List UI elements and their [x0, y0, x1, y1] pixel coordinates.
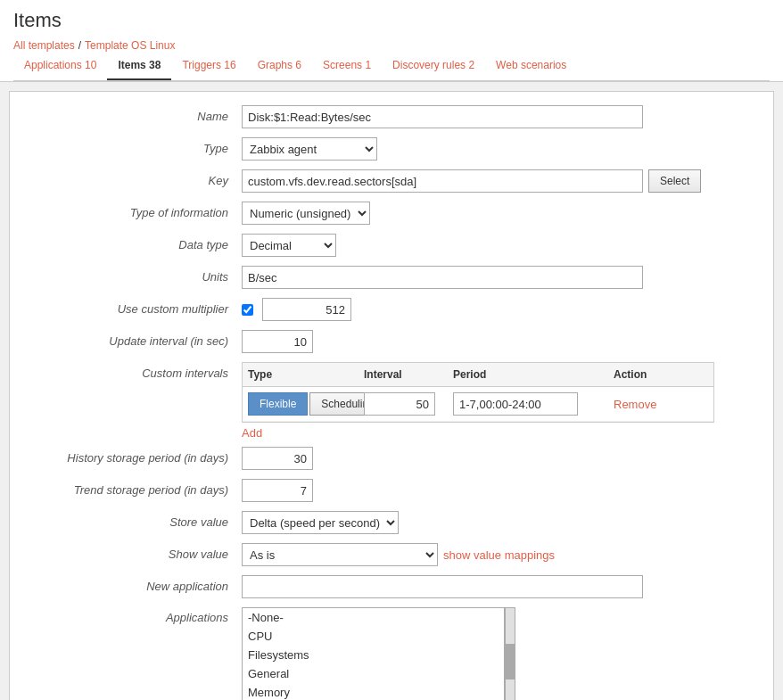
store-value-label: Store value: [10, 511, 242, 529]
ci-type-header: Type: [243, 366, 359, 383]
show-value-row: Show value As is show value mappings: [10, 543, 773, 568]
history-input[interactable]: [242, 447, 313, 470]
tab-applications[interactable]: Applications 10: [13, 52, 107, 80]
applications-control: -None-CPUFilesystemsGeneralMemoryNetwork…: [242, 607, 773, 700]
history-label: History storage period (in days): [10, 447, 242, 465]
history-row: History storage period (in days): [10, 447, 773, 472]
new-app-label: New application: [10, 575, 242, 593]
tab-items[interactable]: Items 38: [107, 52, 171, 80]
show-value-label: Show value: [10, 543, 242, 561]
applications-row: Applications -None-CPUFilesystemsGeneral…: [10, 607, 773, 700]
name-control: [242, 105, 773, 128]
update-interval-row: Update interval (in sec): [10, 330, 773, 355]
template-name-link[interactable]: Template OS Linux: [85, 39, 175, 52]
app-list-item-cpu[interactable]: CPU: [243, 627, 504, 646]
ci-table: Type Interval Period Action Flexible Sch…: [242, 362, 714, 423]
update-interval-label: Update interval (in sec): [10, 330, 242, 348]
new-app-control: [242, 575, 773, 598]
type-select[interactable]: Zabbix agent Zabbix agent (active) Simpl…: [242, 137, 377, 161]
type-label: Type: [10, 137, 242, 155]
trend-row: Trend storage period (in days): [10, 479, 773, 504]
ci-add-link[interactable]: Add: [242, 426, 262, 440]
units-label: Units: [10, 266, 242, 284]
app-list-item-general[interactable]: General: [243, 664, 504, 683]
type-info-select[interactable]: Numeric (unsigned) Numeric (float) Chara…: [242, 202, 370, 225]
applications-label: Applications: [10, 607, 242, 624]
key-label: Key: [10, 169, 242, 187]
units-input[interactable]: [242, 266, 643, 289]
key-input[interactable]: [242, 169, 643, 193]
multiplier-row: Use custom multiplier: [10, 298, 773, 323]
app-list-container: -None-CPUFilesystemsGeneralMemoryNetwork…: [242, 607, 515, 700]
trend-control: [242, 479, 773, 502]
type-control: Zabbix agent Zabbix agent (active) Simpl…: [242, 137, 773, 161]
name-label: Name: [10, 105, 242, 123]
nav-tabs: Applications 10Items 38Triggers 16Graphs…: [13, 52, 770, 81]
show-value-mappings-link[interactable]: show value mappings: [443, 548, 555, 562]
update-interval-input[interactable]: [242, 330, 313, 353]
data-type-row: Data type Decimal Octal Hexadecimal Bool…: [10, 234, 773, 259]
data-type-select[interactable]: Decimal Octal Hexadecimal Boolean: [242, 234, 336, 257]
show-value-select[interactable]: As is: [242, 543, 438, 566]
app-list-item-none[interactable]: -None-: [243, 608, 504, 627]
key-select-button[interactable]: Select: [648, 169, 701, 193]
ci-period-header: Period: [448, 366, 608, 383]
tab-screens[interactable]: Screens 1: [312, 52, 382, 80]
tab-triggers[interactable]: Triggers 16: [171, 52, 246, 80]
history-control: [242, 447, 773, 470]
app-list-item-filesystems[interactable]: Filesystems: [243, 646, 504, 664]
store-value-row: Store value As is Delta (speed per secon…: [10, 511, 773, 536]
form-content: Name Type Zabbix agent Zabbix agent (act…: [9, 91, 774, 700]
trend-input[interactable]: [242, 479, 313, 502]
type-info-control: Numeric (unsigned) Numeric (float) Chara…: [242, 202, 773, 225]
multiplier-label: Use custom multiplier: [10, 298, 242, 316]
breadcrumb-sep: /: [78, 39, 81, 52]
applications-list[interactable]: -None-CPUFilesystemsGeneralMemoryNetwork…: [242, 607, 505, 700]
key-control: Select: [242, 169, 773, 193]
store-value-control: As is Delta (speed per second) Delta (si…: [242, 511, 773, 534]
ci-interval-input[interactable]: [364, 392, 435, 416]
multiplier-input[interactable]: [262, 298, 351, 321]
store-value-select[interactable]: As is Delta (speed per second) Delta (si…: [242, 511, 399, 534]
ci-type-cell: Flexible Scheduling: [243, 391, 359, 417]
trend-label: Trend storage period (in days): [10, 479, 242, 497]
new-app-row: New application: [10, 575, 773, 600]
data-type-control: Decimal Octal Hexadecimal Boolean: [242, 234, 773, 257]
ci-period-cell: [448, 391, 608, 417]
list-scrollbar[interactable]: [505, 607, 515, 700]
data-type-label: Data type: [10, 234, 242, 251]
ci-period-input[interactable]: [453, 392, 578, 416]
custom-intervals-label: Custom intervals: [10, 362, 242, 380]
scrollbar-thumb: [506, 644, 515, 679]
ci-interval-cell: [359, 391, 448, 417]
breadcrumb: All templates / Template OS Linux: [13, 39, 770, 52]
flexible-button[interactable]: Flexible: [248, 392, 308, 416]
name-input[interactable]: [242, 105, 643, 128]
key-row: Key Select: [10, 169, 773, 194]
update-interval-control: [242, 330, 773, 353]
type-info-row: Type of information Numeric (unsigned) N…: [10, 202, 773, 226]
ci-row-1: Flexible Scheduling Remove: [243, 387, 713, 422]
units-control: [242, 266, 773, 289]
all-templates-link[interactable]: All templates: [13, 39, 75, 52]
tab-graphs[interactable]: Graphs 6: [247, 52, 312, 80]
ci-interval-header: Interval: [359, 366, 448, 383]
multiplier-checkbox[interactable]: [242, 304, 253, 316]
page-title: Items: [13, 9, 770, 32]
type-info-label: Type of information: [10, 202, 242, 219]
ci-action-header: Action: [608, 366, 713, 383]
app-list-item-memory[interactable]: Memory: [243, 683, 504, 700]
tab-web[interactable]: Web scenarios: [485, 52, 577, 80]
custom-intervals-row: Custom intervals Type Interval Period Ac…: [10, 362, 773, 440]
new-app-input[interactable]: [242, 575, 643, 598]
custom-intervals-control: Type Interval Period Action Flexible Sch…: [242, 362, 773, 440]
units-row: Units: [10, 266, 773, 291]
ci-remove-link[interactable]: Remove: [614, 398, 656, 411]
multiplier-control: [242, 298, 773, 321]
tab-discovery[interactable]: Discovery rules 2: [382, 52, 485, 80]
ci-header: Type Interval Period Action: [243, 363, 713, 387]
type-row: Type Zabbix agent Zabbix agent (active) …: [10, 137, 773, 162]
show-value-control: As is show value mappings: [242, 543, 773, 566]
ci-action-cell: Remove: [608, 396, 713, 413]
name-row: Name: [10, 105, 773, 130]
